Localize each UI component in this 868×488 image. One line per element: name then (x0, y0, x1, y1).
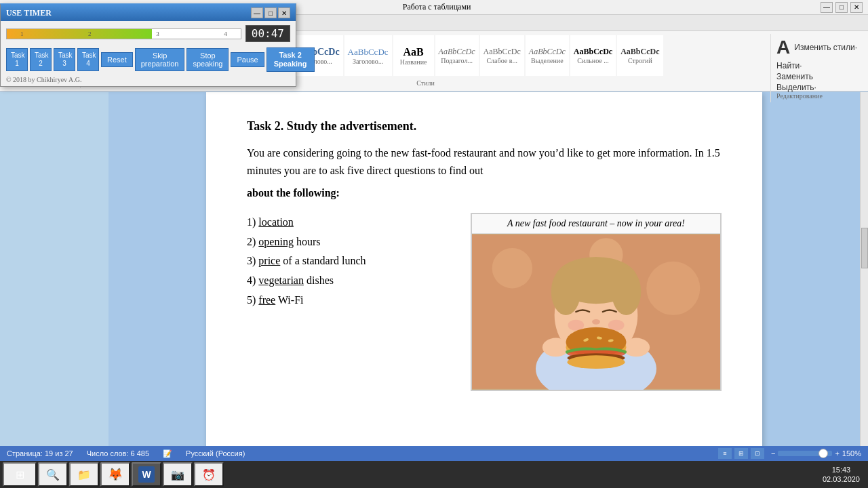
timer-maximize[interactable]: □ (264, 7, 277, 18)
view-btn-1[interactable]: ≡ (718, 448, 732, 459)
select-button[interactable]: Выделить· (776, 83, 857, 92)
list-text-4b: dishes (304, 274, 334, 286)
task-body-paragraph: You are considering going to the new fas… (247, 144, 722, 179)
windows-icon: ⊞ (12, 466, 28, 483)
stop-speaking-button[interactable]: Stop speaking (186, 48, 229, 71)
style-subtitle[interactable]: AaBbCcDс Подзагол... (435, 35, 479, 76)
task-body-paragraph2: about the following: (247, 184, 722, 202)
list-item-5: 5) free Wi-Fi (247, 291, 450, 310)
file-explorer-button[interactable]: 📁 (69, 462, 99, 487)
list-text-4a: vegetarian (258, 274, 304, 286)
svg-point-12 (608, 320, 625, 331)
clock-button[interactable]: ⏰ (194, 462, 224, 487)
svg-point-1 (492, 248, 532, 288)
word-icon: W (138, 466, 155, 483)
task3-button[interactable]: Task 3 (54, 48, 75, 71)
list-num-1: 1) (247, 216, 258, 228)
style-strict[interactable]: AaBbCcDс Строгий (617, 35, 663, 76)
list-num-5: 5) (247, 294, 258, 306)
view-btn-2[interactable]: ⊞ (734, 448, 748, 459)
svg-point-14 (623, 338, 650, 357)
taskbar-right: 15:43 02.03.2020 (823, 465, 865, 485)
document-area: Task 2. Study the advertisement. You are… (108, 92, 860, 473)
window-controls: — □ ✕ (821, 2, 863, 13)
list-num-4: 4) (247, 274, 258, 286)
search-button[interactable]: 🔍 (38, 462, 68, 487)
task2-button[interactable]: Task 2 (30, 48, 52, 71)
view-buttons: ≡ ⊞ ⊡ (718, 448, 764, 459)
page-info: Страница: 19 из 27 (7, 449, 73, 458)
task4-button[interactable]: Task 4 (77, 48, 99, 71)
left-panel (0, 92, 108, 473)
zoom-minus[interactable]: − (771, 449, 775, 458)
right-scrollbar[interactable] (860, 92, 868, 473)
browser-button[interactable]: 🦊 (100, 462, 130, 487)
list-text-5b: Wi-Fi (275, 294, 303, 306)
pause-button[interactable]: Pause (231, 52, 264, 67)
change-styles-area: A Изменить стили· (776, 37, 857, 58)
timer-title-bar: USE TIMER — □ ✕ (1, 5, 296, 21)
skip-preparation-button[interactable]: Skip preparation (135, 48, 185, 71)
task-body-text2: about the following: (247, 187, 340, 199)
svg-point-13 (542, 338, 570, 357)
list-text-2a: opening (258, 236, 294, 247)
restaurant-advertisement: A new fast food restaurant – now in your… (471, 213, 722, 391)
windows-start-button[interactable]: ⊞ (3, 462, 37, 487)
list-num-2: 2) (247, 236, 258, 247)
close-button[interactable]: ✕ (850, 2, 863, 13)
taskbar: ⊞ 🔍 📁 🦊 W 📷 ⏰ 15:43 02.03.2020 (0, 461, 868, 488)
camera-button[interactable]: 📷 (163, 462, 193, 487)
ad-image (472, 234, 720, 390)
task-heading: Task 2. Study the advertisement. (247, 119, 722, 134)
big-a-icon: A (776, 37, 790, 58)
list-text-2b: hours (294, 236, 321, 247)
progress-bar: 1 2 3 4 (6, 28, 241, 39)
language[interactable]: Русский (Россия) (186, 449, 245, 458)
zoom-percent: 150% (842, 449, 861, 458)
task-heading-text: Task 2. Study the advertisement. (247, 119, 416, 133)
progress-fill (7, 29, 152, 39)
clock-date: 02.03.2020 (823, 474, 860, 484)
change-styles-button[interactable]: Изменить стили· (794, 43, 857, 52)
replace-button[interactable]: Заменить (776, 72, 857, 81)
list-item-3: 3) price of a standard lunch (247, 251, 450, 271)
zoom-plus[interactable]: + (835, 449, 839, 458)
task2-speaking-button[interactable]: Task 2Speaking (267, 47, 315, 72)
scrollbar-thumb[interactable] (861, 228, 868, 268)
image-side: A new fast food restaurant – now in your… (471, 213, 722, 391)
list-side: 1) location 2) opening hours 3) price of… (247, 213, 450, 391)
svg-point-9 (612, 268, 642, 314)
view-btn-3[interactable]: ⊡ (751, 448, 764, 459)
task1-button[interactable]: Task 1 (6, 48, 28, 71)
browser-icon: 🦊 (107, 466, 123, 483)
style-heading2[interactable]: AaBbCcDс Заголово... (344, 35, 392, 76)
maximize-button[interactable]: □ (835, 2, 848, 13)
reset-button[interactable]: Reset (101, 52, 133, 67)
timer-window-controls: — □ ✕ (251, 7, 290, 18)
style-weak[interactable]: AaBbCcDс Слабое в... (480, 35, 524, 76)
editing-group: A Изменить стили· Найти· Заменить Выдели… (770, 34, 863, 102)
svg-point-8 (551, 268, 581, 314)
timer-minimize[interactable]: — (251, 7, 263, 18)
list-text-5a: free (258, 294, 275, 306)
camera-icon: 📷 (170, 466, 186, 483)
editing-label: Редактирование (776, 92, 857, 100)
folder-icon: 📁 (76, 466, 92, 483)
style-title[interactable]: AаB Название (393, 35, 434, 76)
list-text-1: location (258, 216, 294, 228)
word-taskbar-button[interactable]: W (132, 462, 161, 487)
styles-label: Стили (416, 79, 435, 87)
zoom-control[interactable]: − + 150% (771, 449, 861, 458)
document-title: Работа с таблицами (403, 2, 471, 12)
timer-close[interactable]: ✕ (278, 7, 290, 18)
style-emphasis[interactable]: AaBbCcDс Выделение (526, 35, 569, 76)
style-strong[interactable]: AaBbCcDс Сильное ... (570, 35, 616, 76)
status-bar: Страница: 19 из 27 Число слов: 6 485 📝 Р… (0, 446, 868, 461)
find-button[interactable]: Найти· (776, 61, 857, 70)
svg-point-22 (567, 355, 625, 369)
minimize-button[interactable]: — (821, 2, 833, 13)
status-right-area: ≡ ⊞ ⊡ − + 150% (718, 448, 861, 459)
timer-display: 00:47 (245, 25, 290, 42)
svg-point-10 (592, 319, 600, 325)
word-count: Число слов: 6 485 (87, 449, 149, 458)
